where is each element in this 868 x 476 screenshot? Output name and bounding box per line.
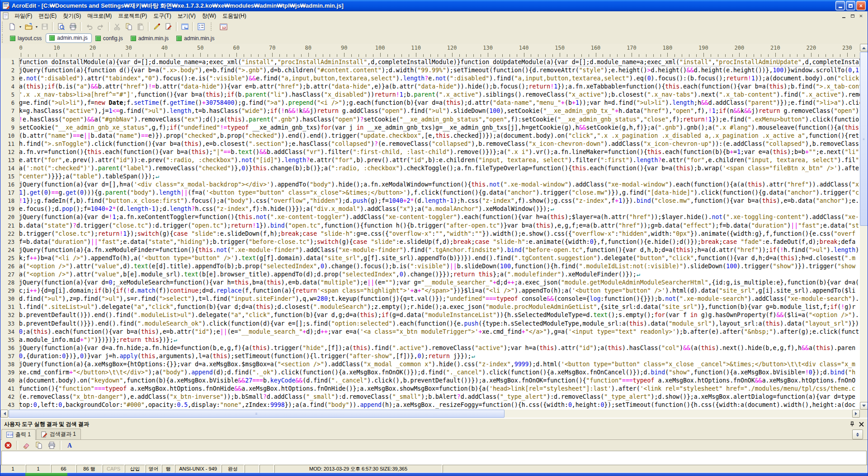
calendar-button[interactable]: 12 bbox=[217, 21, 229, 32]
code-line[interactable]: 16jQuery(function(a){var d=[],h=a('<div … bbox=[0, 181, 860, 189]
file-tab-admin-min-js-4[interactable]: admin.min.js bbox=[173, 34, 218, 43]
code-line[interactable]: 30d.find(">ul"),z=p.find(">ul"),s=r.find… bbox=[0, 295, 860, 303]
code-line[interactable]: 41function(){"function"===typeof a.xeMsg… bbox=[0, 385, 860, 393]
code-line[interactable]: 33b.preventDefault()}}).end().find(".mod… bbox=[0, 320, 860, 328]
code-line[interactable]: 2jQuery(function(a){function d(){var b=a… bbox=[0, 66, 860, 75]
copy-button[interactable] bbox=[123, 21, 135, 32]
print-preview-button[interactable] bbox=[55, 21, 67, 32]
code-line[interactable]: 6g=e.find(">ul>li"),f=new Date;f.setTime… bbox=[0, 99, 860, 107]
horizontal-scrollbar[interactable]: ≡ bbox=[0, 410, 860, 418]
close-button[interactable]: × bbox=[856, 1, 866, 10]
code-line[interactable]: 12a.fn.vr=function(){this.each(function(… bbox=[0, 148, 860, 156]
code-line[interactable]: 171].get(0)==g.get(0))){g.parent("body")… bbox=[0, 189, 860, 197]
code-line[interactable]: 370,{duration:0})},0)}var j=h.apply(this… bbox=[0, 352, 860, 360]
menu-view[interactable]: 보기(V) bbox=[175, 11, 199, 21]
code-line[interactable]: 27a("<option />").attr("value",b[e].modu… bbox=[0, 271, 860, 279]
scroll-left-button[interactable] bbox=[0, 410, 8, 418]
open-file-button[interactable] bbox=[23, 21, 34, 32]
menu-project[interactable]: 프로젝트(P) bbox=[115, 11, 150, 21]
copy-output-button[interactable] bbox=[33, 440, 45, 451]
code-line[interactable]: 43top:0,left:0,backgroundColor:"#000",op… bbox=[0, 401, 860, 409]
scroll-down-button[interactable] bbox=[860, 402, 868, 410]
split-window-button[interactable] bbox=[179, 21, 191, 32]
output-area[interactable] bbox=[1, 451, 867, 465]
scroll-up-button[interactable] bbox=[860, 44, 868, 51]
code-editor[interactable]: 1function doInstallModule(a){var d=[];d.… bbox=[0, 58, 860, 410]
code-line[interactable]: 5'.x .x_nav-tabs>li>a[href^="#"]',functi… bbox=[0, 91, 860, 99]
restore-button[interactable] bbox=[846, 1, 855, 10]
toolbar-grip[interactable] bbox=[2, 22, 5, 32]
redo-button[interactable] bbox=[95, 21, 107, 32]
menu-macro[interactable]: 매크로(M) bbox=[84, 11, 115, 21]
project-list-button[interactable] bbox=[195, 21, 207, 32]
mdi-restore-button[interactable] bbox=[849, 13, 856, 19]
code-line[interactable]: 28jQuery(function(a){var d=0;_xeModuleSe… bbox=[0, 279, 860, 287]
file-tab-layout-css-0[interactable]: layout.css bbox=[6, 34, 46, 43]
file-tab-config-js-2[interactable]: config.js bbox=[92, 34, 127, 43]
code-line[interactable]: 1function doInstallModule(a){var d=[];d.… bbox=[0, 58, 860, 66]
document-system-menu-icon[interactable] bbox=[2, 12, 9, 19]
code-line[interactable]: 40a(document.body).on("keydown",function… bbox=[0, 377, 860, 385]
code-line[interactable]: 38jQuery(function(a){a.xeMsgBox={htOptio… bbox=[0, 360, 860, 369]
code-line[interactable]: 4a(this);if(b.is("a")&&b.attr("href")!=b… bbox=[0, 83, 860, 91]
tabbar-grip[interactable] bbox=[2, 34, 5, 42]
font-button[interactable]: A bbox=[64, 440, 75, 451]
menu-tools[interactable]: 도구(T) bbox=[150, 11, 174, 21]
open-file-dropdown-arrow[interactable]: ▼ bbox=[34, 22, 39, 32]
code-line[interactable]: 25k;f++)b=a("<li />").appendTo(h),a('<bu… bbox=[0, 254, 860, 262]
horizontal-scroll-thumb[interactable]: ≡ bbox=[9, 410, 505, 418]
code-line[interactable]: 32b.preventDefault()}).end().find(".modu… bbox=[0, 311, 860, 319]
menu-search[interactable]: 찾기(S) bbox=[60, 11, 84, 21]
cut-button[interactable] bbox=[111, 21, 123, 32]
file-tab-admin-min-js-1[interactable]: admin.min.js bbox=[46, 33, 91, 43]
code-line[interactable]: 31l.find(".siteList>ul").delegate("a","c… bbox=[0, 303, 860, 311]
mdi-close-button[interactable]: ✕ bbox=[857, 13, 865, 19]
code-line[interactable]: 9setCookie("__xe_admin_gnb_xe_status",g,… bbox=[0, 124, 860, 132]
panel-resize-button[interactable] bbox=[852, 429, 863, 439]
code-line[interactable]: 18!1});g.fadeIn(f,b).find("button.x_clos… bbox=[0, 197, 860, 205]
menu-edit[interactable]: 편집(E) bbox=[35, 11, 60, 21]
code-line[interactable]: 36jQuery(function(a){var d=a.fn.hide;a.f… bbox=[0, 344, 860, 352]
code-line[interactable]: 35a.module_info.mid+")")})})};return thi… bbox=[0, 336, 860, 344]
mdi-minimize-button[interactable] bbox=[840, 13, 848, 19]
code-line[interactable]: 3e.not(":disabled").attr("tabindex","0")… bbox=[0, 75, 860, 83]
pin-icon[interactable] bbox=[849, 421, 856, 427]
code-line[interactable]: 10(b.attr("name")==e||b.data("name")==e)… bbox=[0, 132, 860, 140]
code-line[interactable]: 340;a(this).each(function(){var b=a(this… bbox=[0, 328, 860, 336]
code-line[interactable]: 39xe.cmd_confirm+"</button>\t\t</div>");… bbox=[0, 369, 860, 377]
code-line[interactable]: 26a("<option />").attr("value",d).text(e… bbox=[0, 262, 860, 271]
menu-help[interactable]: 도움말(H) bbox=[219, 11, 250, 21]
minimize-button[interactable] bbox=[835, 1, 845, 10]
user-tool-marker-button[interactable] bbox=[151, 21, 163, 32]
file-tab-admin-min-js-3[interactable]: admin.min.js bbox=[127, 34, 173, 43]
code-line[interactable]: 14a(':not(":checked")').parent("label").… bbox=[0, 164, 860, 173]
new-file-button[interactable] bbox=[6, 21, 18, 32]
code-line[interactable]: 21b.data("state")?d.trigger("close.tc"):… bbox=[0, 222, 860, 230]
save-button[interactable] bbox=[39, 21, 51, 32]
print-output-button[interactable] bbox=[46, 440, 57, 451]
eraser-button[interactable] bbox=[20, 440, 32, 451]
code-line[interactable]: 13e.attr("for",e.prev().attr("id")):e.pr… bbox=[0, 156, 860, 164]
user-tool-pen-button[interactable] bbox=[163, 21, 175, 32]
paste-button[interactable] bbox=[135, 21, 146, 32]
code-line[interactable]: 8!e.hasClass("open")&&a("#gnbNav").remov… bbox=[0, 116, 860, 124]
code-line[interactable]: 11h.find(">.snToggle").click(function(){… bbox=[0, 140, 860, 148]
scroll-right-button[interactable] bbox=[852, 410, 860, 418]
code-line[interactable]: 22b.trigger("close.tc");return!1});switc… bbox=[0, 230, 860, 238]
vertical-scrollbar[interactable]: ≡ bbox=[860, 44, 868, 410]
code-line[interactable]: 23f=b.data("duration")||"fast";e.data("s… bbox=[0, 238, 860, 246]
new-file-dropdown-arrow[interactable]: ▼ bbox=[18, 22, 23, 32]
panel-tab-search-results[interactable]: 검색결과 1 bbox=[36, 429, 81, 439]
code-line[interactable]: 19e.focus();d.pop();f=1040+2*(d.length-1… bbox=[0, 205, 860, 213]
menu-window[interactable]: 창(W) bbox=[199, 11, 219, 21]
code-line[interactable]: 7k=g.hasClass("active"),j=1<=g.find(">ul… bbox=[0, 107, 860, 115]
menu-file[interactable]: 파일(F) bbox=[11, 11, 35, 21]
code-line[interactable]: 24jQuery(function(a){a.fn.xeModuleFinder… bbox=[0, 246, 860, 254]
undo-button[interactable] bbox=[83, 21, 95, 32]
code-line[interactable]: 42(e.removeClass("x_btn-danger"),e.addCl… bbox=[0, 393, 860, 401]
vertical-scroll-thumb[interactable]: ≡ bbox=[860, 52, 868, 226]
panel-tab-output[interactable]: 010출력 1 bbox=[1, 429, 36, 440]
code-line[interactable]: 15"center")}}};a("table").tableSpan()});… bbox=[0, 173, 860, 181]
print-button[interactable] bbox=[67, 21, 79, 32]
toolbar-grip[interactable] bbox=[211, 23, 214, 31]
